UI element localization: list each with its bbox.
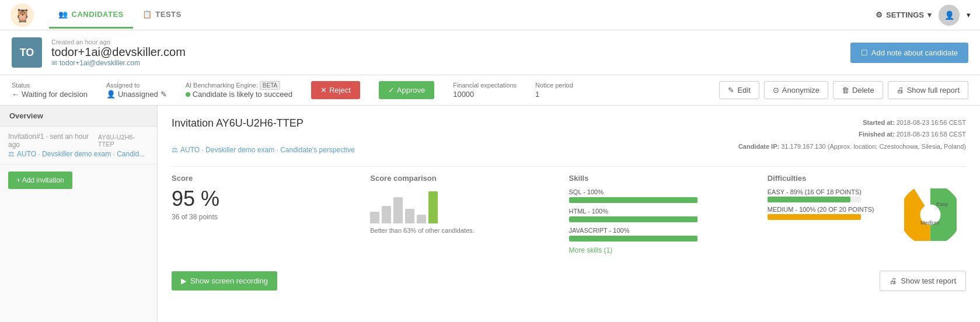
comparison-bar — [393, 197, 403, 223]
approve-icon: ✓ — [388, 86, 395, 94]
svg-text:🦉: 🦉 — [15, 8, 31, 23]
print-icon: 🖨 — [897, 86, 904, 94]
approve-button[interactable]: ✓ Approve — [379, 81, 434, 99]
settings-button[interactable]: ⚙ SETTINGS ▾ — [876, 10, 932, 19]
svg-text:Medium: Medium — [920, 220, 939, 226]
invitation-link[interactable]: ⚖ AUTO · Devskiller demo exam · Candid..… — [8, 150, 149, 158]
sidebar: Overview Invitation#1 · sent an hour ago… — [0, 106, 158, 322]
show-recording-label: Show screen recording — [190, 276, 268, 285]
skill-row: JAVASCRIPT - 100% — [569, 227, 758, 242]
candidate-header: TO Created an hour ago todor+1ai@devskil… — [0, 30, 980, 75]
invitation-meta-dates: Started at: 2018-08-23 16:56 CEST Finish… — [859, 117, 966, 141]
invitation-code: AY6U-U2H6-TTEP — [98, 134, 149, 148]
pie-chart: Easy Medium — [904, 188, 957, 241]
breadcrumb-icon: ⚖ — [172, 146, 178, 154]
svg-text:Easy: Easy — [936, 201, 948, 207]
skill-bar-bg — [569, 216, 697, 222]
status-text: Waiting for decision — [22, 90, 88, 99]
detail-bottom: ▶ Show screen recording 🖨 Show test repo… — [172, 266, 966, 291]
diff-bar-bg — [768, 214, 861, 220]
avatar-icon: 👤 — [944, 10, 954, 20]
difficulties-block: Difficulties EASY - 89% (16 OF 18 POINTS… — [768, 174, 966, 254]
reject-button[interactable]: ✕ Reject — [311, 81, 360, 99]
show-recording-button[interactable]: ▶ Show screen recording — [172, 271, 277, 290]
invitation-breadcrumb: ⚖ AUTO · Devskiller demo exam · Candidat… — [172, 146, 355, 154]
edit-assign-icon[interactable]: ✎ — [161, 90, 167, 99]
tests-icon: 📋 — [142, 10, 152, 19]
approve-label: Approve — [397, 86, 425, 94]
diff-bar-fill — [768, 197, 850, 202]
metrics-row: Score 95 % 36 of 38 points Score compari… — [172, 174, 966, 254]
add-invitation-label: + Add invitation — [16, 176, 64, 184]
show-test-label: Show test report — [901, 276, 956, 285]
person-icon: 👤 — [106, 90, 116, 99]
notice-value: 1 — [535, 90, 573, 99]
edit-button[interactable]: ✎ Edit — [719, 81, 759, 99]
delete-button[interactable]: 🗑 Delete — [833, 81, 883, 99]
delete-label: Delete — [852, 86, 874, 94]
chevron-down-icon: ▾ — [927, 10, 932, 19]
ai-value: Candidate is likely to succeed — [186, 90, 292, 99]
skill-row: HTML - 100% — [569, 208, 758, 222]
finished-at: Finished at: 2018-08-23 16:58 CEST — [859, 129, 966, 141]
difficulties-inner: EASY - 89% (16 OF 18 POINTS) MEDIUM - 10… — [768, 188, 957, 241]
nav-candidates[interactable]: 👥 CANDIDATES — [49, 2, 133, 29]
nav-right: ⚙ SETTINGS ▾ 👤 ▾ — [876, 5, 971, 26]
ai-text: Candidate is likely to succeed — [193, 90, 292, 99]
action-buttons: ✎ Edit ⊙ Anonymize 🗑 Delete 🖨 Show full … — [719, 81, 968, 99]
full-report-button[interactable]: 🖨 Show full report — [888, 81, 968, 99]
comparison-bars — [370, 188, 559, 223]
started-at: Started at: 2018-08-23 16:56 CEST — [859, 117, 966, 129]
assigned-text: Unassigned — [118, 90, 158, 99]
nav-tests[interactable]: 📋 TESTS — [133, 2, 191, 29]
ai-dot-icon — [186, 92, 190, 97]
comparison-title: Score comparison — [370, 174, 559, 183]
comparison-bar — [405, 209, 414, 223]
ai-label: AI Benchmarking Engine: BETA — [186, 82, 292, 89]
diff-bar-bg — [768, 197, 861, 202]
skill-name: HTML - 100% — [569, 208, 758, 215]
score-title: Score — [172, 174, 361, 183]
skill-bar-bg — [569, 236, 697, 242]
anonymize-label: Anonymize — [782, 86, 819, 94]
status-label: Status — [12, 82, 88, 89]
anonymize-button[interactable]: ⊙ Anonymize — [764, 81, 828, 99]
skill-bar-fill — [569, 197, 697, 203]
score-value: 95 % — [172, 188, 361, 209]
status-group: Status ← Waiting for decision — [12, 82, 88, 99]
invitation-meta: Invitation#1 · sent an hour ago — [8, 132, 98, 149]
reject-label: Reject — [329, 86, 351, 94]
skill-row: SQL - 100% — [569, 188, 758, 203]
add-note-button[interactable]: ☐ Add note about candidate — [850, 43, 968, 63]
skills-container: SQL - 100% HTML - 100% JAVASCRIPT - 100% — [569, 188, 758, 242]
diff-row: MEDIUM - 100% (20 OF 20 POINTS) — [768, 206, 895, 220]
more-skills-link[interactable]: More skills (1) — [569, 246, 758, 254]
trash-icon: 🗑 — [842, 86, 849, 94]
logo[interactable]: 🦉 — [9, 2, 35, 28]
invitation-title: Invitation AY6U-U2H6-TTEP — [172, 117, 304, 130]
beta-badge: BETA — [260, 81, 280, 90]
settings-label: SETTINGS — [886, 10, 924, 19]
comparison-bar — [428, 191, 438, 223]
sidebar-invitation: Invitation#1 · sent an hour ago AY6U-U2H… — [0, 127, 157, 164]
user-avatar[interactable]: 👤 — [939, 5, 960, 26]
status-bar: Status ← Waiting for decision Assigned t… — [0, 75, 980, 106]
score-block: Score 95 % 36 of 38 points — [172, 174, 370, 254]
show-test-report-button[interactable]: 🖨 Show test report — [880, 271, 966, 291]
candidate-ip: Candidate IP: 31.179.167.130 (Approx. lo… — [738, 143, 966, 150]
notice-group: Notice period 1 — [535, 82, 573, 99]
financial-value: 10000 — [453, 90, 517, 99]
diff-row: EASY - 89% (16 OF 18 POINTS) — [768, 188, 895, 202]
top-navigation: 🦉 👥 CANDIDATES 📋 TESTS ⚙ SETTINGS ▾ 👤 ▾ — [0, 0, 980, 30]
email-icon: ✉ — [51, 59, 57, 67]
financial-label: Financial expectations — [453, 82, 517, 89]
skill-bar-bg — [569, 197, 697, 203]
nav-tests-label: TESTS — [155, 10, 181, 19]
detail-panel: Invitation AY6U-U2H6-TTEP Started at: 20… — [158, 106, 980, 322]
skill-name: SQL - 100% — [569, 188, 758, 195]
diff-label: MEDIUM - 100% (20 OF 20 POINTS) — [768, 206, 895, 213]
chevron-down-icon-avatar[interactable]: ▾ — [967, 10, 971, 19]
note-icon: ☐ — [861, 48, 868, 57]
add-invitation-button[interactable]: + Add invitation — [8, 172, 72, 189]
invitation-title-row: Invitation AY6U-U2H6-TTEP Started at: 20… — [172, 117, 966, 141]
